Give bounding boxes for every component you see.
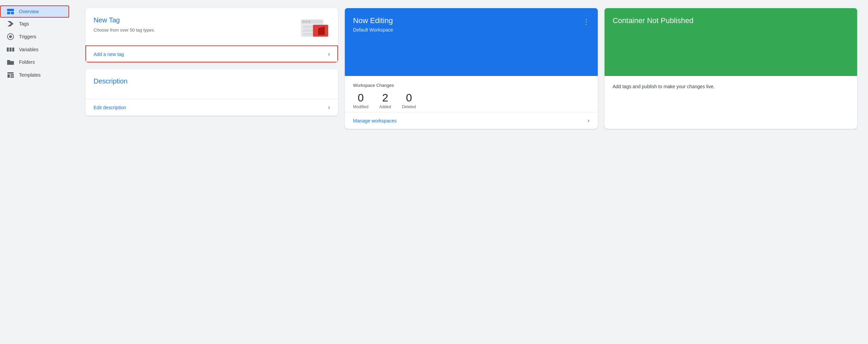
edit-description-link[interactable]: Edit description › [85, 99, 338, 116]
now-editing-card: Now Editing Default Workspace ⋮ Workspac… [345, 8, 597, 129]
template-icon [7, 72, 14, 78]
tag-icon [7, 21, 14, 26]
overview-icon [7, 9, 14, 14]
description-card: Description Edit description › [85, 69, 338, 116]
now-editing-title: Now Editing [353, 16, 393, 25]
sidebar-item-label: Tags [19, 21, 29, 26]
chevron-right-icon: › [328, 51, 330, 58]
sidebar-item-label: Variables [19, 47, 38, 52]
modified-label: Modified [353, 104, 368, 109]
tag-illustration [299, 16, 330, 40]
modified-item: 0 Modified [353, 92, 368, 109]
sidebar-item-variables[interactable]: Variables [0, 43, 69, 56]
new-tag-top: New Tag Choose from over 50 tag types. [85, 8, 338, 45]
deleted-label: Deleted [402, 104, 416, 109]
new-tag-card: New Tag Choose from over 50 tag types. [85, 8, 338, 62]
not-published-title: Container Not Published [613, 16, 693, 25]
manage-workspaces-link[interactable]: Manage workspaces › [345, 112, 597, 129]
now-editing-bottom: Workspace Changes 0 Modified 2 Added 0 D… [345, 76, 597, 129]
modified-count: 0 [353, 92, 368, 104]
svg-point-12 [308, 21, 310, 23]
left-column: New Tag Choose from over 50 tag types. [85, 8, 338, 129]
svg-point-11 [305, 21, 308, 23]
cards-grid: New Tag Choose from over 50 tag types. [85, 8, 857, 129]
not-published-desc: Add tags and publish to make your change… [613, 83, 849, 90]
svg-rect-15 [303, 33, 315, 36]
sidebar-item-tags[interactable]: Tags [0, 18, 69, 30]
workspace-changes-title: Workspace Changes [353, 83, 589, 88]
sidebar-item-label: Templates [19, 72, 41, 78]
description-top: Description [85, 69, 338, 99]
deleted-count: 0 [402, 92, 416, 104]
deleted-item: 0 Deleted [402, 92, 416, 109]
added-label: Added [379, 104, 391, 109]
trigger-icon [7, 33, 14, 40]
svg-rect-2 [11, 12, 14, 14]
svg-rect-7 [12, 47, 14, 52]
svg-point-10 [303, 21, 305, 23]
new-tag-subtitle: Choose from over 50 tag types. [94, 27, 155, 34]
changes-counts: 0 Modified 2 Added 0 Deleted [353, 92, 589, 109]
variable-icon [7, 47, 14, 52]
not-published-text: Container Not Published [613, 16, 693, 25]
add-new-tag-label: Add a new tag [94, 52, 124, 57]
new-tag-title: New Tag [94, 16, 155, 24]
chevron-right-icon: › [328, 104, 330, 111]
add-new-tag-link[interactable]: Add a new tag › [85, 45, 338, 62]
folder-icon [7, 59, 14, 65]
now-editing-top: Now Editing Default Workspace ⋮ [345, 8, 597, 76]
more-vert-icon[interactable]: ⋮ [581, 16, 591, 27]
sidebar-item-templates[interactable]: Templates [0, 69, 69, 81]
sidebar: Overview Tags Triggers Variables [0, 0, 75, 344]
not-published-bottom: Add tags and publish to make your change… [605, 76, 857, 129]
svg-rect-6 [9, 47, 12, 52]
not-published-card: Container Not Published Add tags and pub… [605, 8, 857, 129]
added-item: 2 Added [379, 92, 391, 109]
added-count: 2 [379, 92, 391, 104]
sidebar-item-triggers[interactable]: Triggers [0, 30, 69, 43]
workspace-name: Default Workspace [353, 27, 393, 33]
edit-description-label: Edit description [94, 105, 126, 110]
svg-rect-0 [7, 9, 14, 11]
main-content: New Tag Choose from over 50 tag types. [75, 0, 868, 344]
sidebar-item-overview[interactable]: Overview [0, 5, 69, 18]
not-published-top: Container Not Published [605, 8, 857, 76]
svg-point-4 [9, 35, 12, 38]
manage-workspaces-label: Manage workspaces [353, 118, 396, 123]
sidebar-item-label: Overview [19, 9, 39, 14]
sidebar-item-label: Folders [19, 59, 35, 65]
chevron-right-icon: › [588, 117, 590, 124]
svg-rect-5 [7, 47, 9, 52]
description-title: Description [94, 77, 330, 85]
new-tag-text: New Tag Choose from over 50 tag types. [94, 16, 155, 34]
svg-rect-1 [7, 12, 10, 14]
sidebar-item-label: Triggers [19, 34, 36, 39]
now-editing-text: Now Editing Default Workspace [353, 16, 393, 33]
sidebar-item-folders[interactable]: Folders [0, 56, 69, 69]
